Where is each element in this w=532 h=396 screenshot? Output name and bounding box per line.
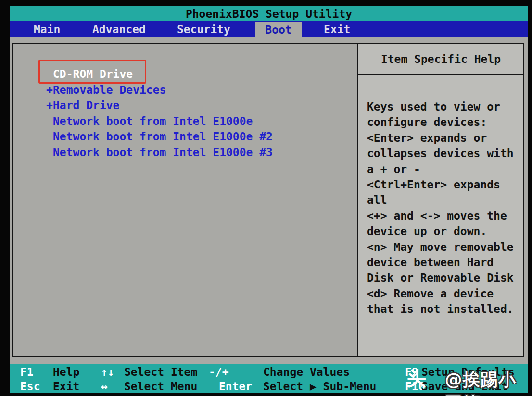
bios-title: PhoenixBIOS Setup Utility xyxy=(186,8,352,20)
item-specific-help-panel: Item Specific Help Keys used to view or … xyxy=(358,44,523,356)
help-line: that is not installed. xyxy=(367,301,519,317)
tab-advanced[interactable]: Advanced xyxy=(92,21,146,37)
help-line: Keys used to view or xyxy=(367,99,519,114)
boot-item-removable[interactable]: +Removable Devices xyxy=(46,82,357,98)
tab-exit[interactable]: Exit xyxy=(324,21,350,37)
action-change-values: Change Values xyxy=(263,366,350,379)
watermark-logo-text: 头条 xyxy=(407,365,440,396)
action-select-submenu: Select ▶ Sub-Menu xyxy=(263,380,376,393)
help-panel-text: Keys used to view or configure devices: … xyxy=(358,75,523,317)
boot-item-network-2[interactable]: Network boot from Intel E1000e #2 xyxy=(46,129,357,145)
help-line: collapses devices with xyxy=(367,146,519,161)
help-line: device up or down. xyxy=(367,223,519,239)
action-help: Help xyxy=(53,366,79,379)
bios-title-bar: PhoenixBIOS Setup Utility xyxy=(10,6,528,21)
boot-item-label: Network boot from Intel E1000e #3 xyxy=(53,146,273,159)
tab-main[interactable]: Main xyxy=(34,21,60,37)
key-leftright-arrows: ↔ xyxy=(101,380,108,393)
boot-screen-frame: CD-ROM Drive +Removable Devices +Hard Dr… xyxy=(12,43,524,357)
help-line: <d> Remove a device xyxy=(367,286,519,301)
help-panel-title: Item Specific Help xyxy=(358,44,523,75)
tab-boot-label: Boot xyxy=(265,22,291,37)
boot-item-label: Network boot from Intel E1000e xyxy=(53,115,253,127)
help-line: <Enter> expands or xyxy=(367,130,519,146)
key-enter: Enter xyxy=(219,380,252,393)
help-line: <Ctrl+Enter> expands xyxy=(367,177,519,192)
tab-boot[interactable]: Boot xyxy=(255,22,302,43)
key-esc: Esc xyxy=(20,380,40,393)
tab-security[interactable]: Security xyxy=(177,21,230,37)
expand-prefix: + xyxy=(46,98,53,113)
help-line: <+> and <-> moves the xyxy=(367,208,519,223)
toutiao-watermark: 头条 @挨踢小网管 xyxy=(407,365,532,396)
key-updown-arrows: ↑↓ xyxy=(101,366,114,379)
action-select-menu: Select Menu xyxy=(124,380,197,393)
help-line: <n> May move removable xyxy=(367,239,519,255)
help-line: configure devices: xyxy=(367,114,519,130)
action-select-item: Select Item xyxy=(124,366,197,379)
key-f1: F1 xyxy=(20,366,34,379)
expand-prefix: + xyxy=(46,82,53,98)
action-exit: Exit xyxy=(53,380,79,393)
boot-item-network-1[interactable]: Network boot from Intel E1000e xyxy=(46,113,357,129)
highlight-annotation-box xyxy=(38,60,146,84)
key-minus-plus: -/+ xyxy=(209,366,229,379)
help-line: a + or - xyxy=(367,161,519,177)
boot-item-label: Network boot from Intel E1000e #2 xyxy=(53,130,273,143)
watermark-handle-text: @挨踢小网管 xyxy=(445,368,532,396)
boot-item-harddrive[interactable]: +Hard Drive xyxy=(46,98,357,113)
boot-item-network-3[interactable]: Network boot from Intel E1000e #3 xyxy=(46,145,357,161)
boot-priority-list: CD-ROM Drive +Removable Devices +Hard Dr… xyxy=(13,44,358,356)
boot-item-label: Removable Devices xyxy=(53,84,166,96)
boot-item-label: Hard Drive xyxy=(53,99,119,111)
help-line: all xyxy=(367,192,519,208)
help-line: device between Hard xyxy=(367,255,519,270)
help-line: Disk or Removable Disk xyxy=(367,270,519,285)
